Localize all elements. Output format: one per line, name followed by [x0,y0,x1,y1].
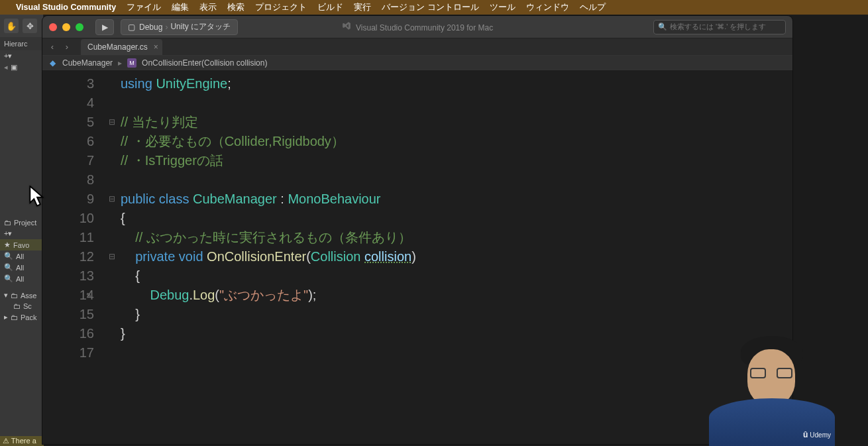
line-number: 14✎ [42,286,94,305]
close-tab-icon[interactable]: × [154,42,158,52]
star-icon: ★ [4,241,11,249]
menu-view[interactable]: 表示 [199,2,217,13]
hierarchy-controls: +▾ [0,50,43,62]
line-number: 8 [42,170,94,190]
run-button[interactable]: ▶ [95,19,114,35]
code-line[interactable]: { [121,266,792,286]
all-row-1[interactable]: 🔍All [0,251,43,262]
line-number: 17 [42,343,94,362]
add-object-icon[interactable]: +▾ [4,52,12,60]
token-method: OnCollisionEnter [207,249,306,264]
global-search-input[interactable]: 🔍 検索するには '⌘.' を押します [653,20,786,34]
app-title[interactable]: Visual Studio Community [16,3,116,12]
code-line[interactable]: ⊟ public class CubeManager : MonoBehavio… [121,190,792,209]
file-tab-active[interactable]: CubeManager.cs × [81,39,162,55]
menu-tools[interactable]: ツール [490,2,515,13]
code-line[interactable]: Debug.Log("ぶつかったよ"); [121,286,792,305]
menu-edit[interactable]: 編集 [172,2,189,13]
token-punc: } [121,326,125,341]
menu-run[interactable]: 実行 [354,2,371,13]
maximize-window-icon[interactable] [76,23,83,31]
code-content[interactable]: using UnityEngine; ⊟ // 当たり判定// ・必要なもの（C… [106,70,792,444]
token-punc: ); [308,288,316,302]
token-type: UnityEngine [156,76,227,91]
all-row-3[interactable]: 🔍All [0,273,43,284]
hand-tool-icon[interactable]: ✋ [4,19,19,33]
line-number-gutter: 34567891011121314✎151617 [42,70,106,444]
token-param: collision [364,249,411,264]
menu-project[interactable]: プロジェクト [255,2,307,13]
collapse-icon[interactable]: ◂ [4,63,8,72]
code-line[interactable]: } [121,305,792,324]
unity-warning-strip[interactable]: ⚠ There a [0,436,44,446]
line-number: 5 [42,113,94,132]
build-config-selector[interactable]: ▢ Debug › Unity にアタッチ [121,19,238,35]
code-line[interactable]: // ぶつかった時に実行されるもの（条件あり） [121,228,792,247]
line-number: 16 [42,324,94,343]
config-label: Debug [139,23,162,32]
nav-forward-button[interactable]: › [61,41,73,53]
tab-strip: ‹ › CubeManager.cs × [42,38,792,56]
hierarchy-panel-label[interactable]: Hierarc [0,37,43,50]
scripts-row[interactable]: 🗀Sc [0,301,43,311]
fold-toggle-icon[interactable]: ⊟ [109,113,117,132]
favorites-row[interactable]: ★ Favo [0,239,43,251]
breadcrumb-class[interactable]: CubeManager [62,58,113,68]
add-asset-icon[interactable]: +▾ [4,229,12,238]
fold-toggle-icon[interactable]: ⊟ [109,247,117,266]
code-line[interactable] [121,93,792,113]
token-str: "ぶつかったよ" [219,288,308,302]
folder-icon: 🗀 [13,302,21,310]
menu-window[interactable]: ウィンドウ [526,2,569,13]
code-line[interactable]: ⊟ private void OnCollisionEnter(Collisio… [121,247,792,266]
fold-toggle-icon[interactable]: ⊟ [109,190,117,209]
token-type: MonoBehaviour [288,192,380,206]
glasses-icon [750,368,792,378]
udemy-badge: ûUdemy [803,430,831,439]
code-line[interactable]: using UnityEngine; [121,74,792,93]
method-icon: M [127,58,136,68]
code-line[interactable] [121,343,792,362]
token-cmt: // ・IsTriggerの話 [121,153,223,168]
token-punc: ( [215,288,219,302]
project-panel-label[interactable]: 🗀 Project [0,217,43,228]
token-kw: void [179,249,203,264]
all-row-2[interactable]: 🔍All [0,262,43,273]
menu-build[interactable]: ビルド [317,2,343,13]
nav-back-button[interactable]: ‹ [46,41,58,53]
token-punc: : [277,192,288,206]
code-line[interactable]: ⊟ // 当たり判定 [121,113,792,132]
folder-icon: 🗀 [11,313,18,321]
assets-row[interactable]: ▾🗀Asse [0,290,43,301]
target-label: Unity にアタッチ [170,21,231,32]
code-line[interactable]: } [121,324,792,343]
code-line[interactable]: // ・必要なもの（Collider,Rigidbody） [121,132,792,151]
move-tool-icon[interactable]: ✥ [23,19,37,33]
token-punc: ) [411,249,416,264]
search-icon: 🔍 [4,274,13,283]
token-type: Debug [150,288,189,302]
edit-marker-icon: ✎ [86,286,91,305]
close-window-icon[interactable] [49,23,57,31]
hierarchy-row[interactable]: ◂ ▣ [0,62,43,73]
chevron-right-icon: ▸ [118,58,122,68]
line-number: 12 [42,247,94,266]
code-editor[interactable]: 34567891011121314✎151617 using UnityEngi… [42,70,792,444]
search-icon: 🔍 [658,23,667,31]
code-line[interactable]: { [121,209,792,228]
token-cmt: // ・必要なもの（Collider,Rigidbody） [121,134,345,148]
play-icon: ▶ [102,23,108,32]
packages-row[interactable]: ▸🗀Pack [0,311,43,323]
code-line[interactable]: // ・IsTriggerの話 [121,151,792,170]
minimize-window-icon[interactable] [62,23,70,31]
menu-file[interactable]: ファイル [127,2,161,13]
macos-menubar: Visual Studio Community ファイル 編集 表示 検索 プロ… [0,0,868,15]
breadcrumb-method[interactable]: OnCollisionEnter(Collision collision) [142,58,267,68]
menu-help[interactable]: ヘルプ [580,2,606,13]
folder-icon: 🗀 [4,219,11,227]
token-punc: } [121,307,140,321]
code-line[interactable] [121,170,792,190]
line-number: 4 [42,93,94,113]
menu-search[interactable]: 検索 [227,2,244,13]
menu-vcs[interactable]: バージョン コントロール [382,2,478,13]
